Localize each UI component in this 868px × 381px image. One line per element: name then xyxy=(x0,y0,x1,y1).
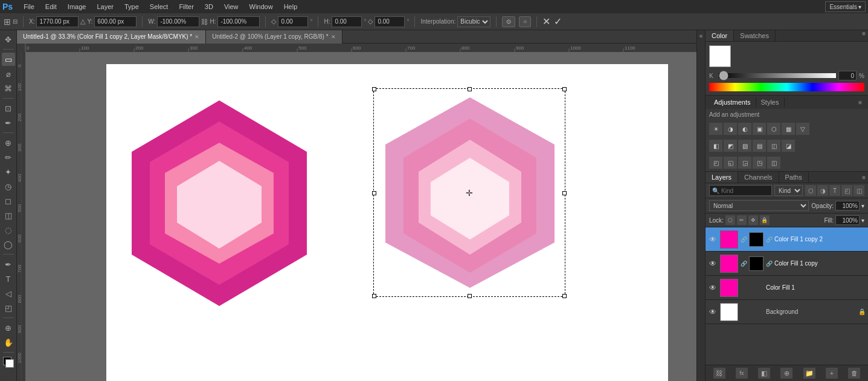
lock-transparent-btn[interactable]: ⬡ xyxy=(725,215,735,225)
handle-top-left[interactable] xyxy=(372,87,376,91)
tool-shape[interactable]: ◰ xyxy=(2,301,15,314)
filter-smart-btn[interactable]: ◫ xyxy=(854,185,864,196)
workspace-selector[interactable]: Essentials ▾ xyxy=(825,1,866,12)
adj-hsl-btn[interactable]: ▦ xyxy=(782,123,795,135)
tool-pen[interactable]: ✒ xyxy=(2,258,15,271)
layers-search-box[interactable]: 🔍 xyxy=(709,185,772,196)
w-input[interactable] xyxy=(157,16,199,27)
adj-levels-btn[interactable]: ▤ xyxy=(753,140,766,152)
opacity-input[interactable] xyxy=(835,201,860,210)
tab-untitled2[interactable]: Untitled-2 @ 100% (Layer 1 copy, RGB/8) … xyxy=(206,30,342,44)
interp-select[interactable]: Bicubic xyxy=(457,16,490,27)
tab-untitled1[interactable]: Untitled-1 @ 33.3% (Color Fill 1 copy 2,… xyxy=(17,30,206,44)
kind-select[interactable]: Kind xyxy=(774,185,803,196)
y-input[interactable] xyxy=(94,16,137,27)
adj-exposure-btn[interactable]: ▣ xyxy=(753,123,766,135)
lock-move-btn[interactable]: ✥ xyxy=(748,215,758,225)
menu-view[interactable]: View xyxy=(219,2,243,11)
k-value[interactable] xyxy=(838,71,857,80)
menu-help[interactable]: Help xyxy=(279,2,303,11)
settings-button[interactable]: ○ xyxy=(519,16,531,27)
link-icon[interactable]: ⛓ xyxy=(201,18,208,25)
add-mask-btn[interactable]: ◧ xyxy=(758,368,770,379)
tool-foreground-color[interactable] xyxy=(2,356,15,369)
tool-select-rect[interactable]: ▭ xyxy=(2,53,15,66)
adj-inv-btn[interactable]: ◰ xyxy=(709,157,722,169)
x-input[interactable] xyxy=(36,16,79,27)
layers-search-input[interactable] xyxy=(721,187,769,194)
layer-eye-copy[interactable]: 👁 xyxy=(708,259,718,269)
layer-item-background[interactable]: 👁 Background 🔒 xyxy=(706,300,868,324)
adj-solid-btn[interactable]: ◫ xyxy=(767,157,780,169)
handle-bot-mid[interactable] xyxy=(468,294,472,298)
blend-mode-select[interactable]: Normal xyxy=(709,200,809,211)
tool-gradient[interactable]: ◫ xyxy=(2,209,15,222)
tool-path[interactable]: ◁ xyxy=(2,287,15,300)
tool-eraser[interactable]: ◻ xyxy=(2,194,15,207)
layer-eye-bg[interactable]: 👁 xyxy=(708,307,718,317)
tab-styles[interactable]: Styles xyxy=(756,97,785,107)
vskew-input[interactable] xyxy=(375,16,405,27)
lock-all-btn[interactable]: 🔒 xyxy=(760,215,770,225)
add-style-btn[interactable]: fx xyxy=(736,368,748,379)
adj-post-btn[interactable]: ◱ xyxy=(724,157,737,169)
tab-color[interactable]: Color xyxy=(706,30,734,41)
filter-pixel-btn[interactable]: ⬡ xyxy=(805,185,816,196)
adj-contrast-btn[interactable]: ◑ xyxy=(724,123,737,135)
tab-close-2[interactable]: ✕ xyxy=(331,34,336,40)
adj-sel-btn[interactable]: ◪ xyxy=(782,140,795,152)
menu-3d[interactable]: 3D xyxy=(200,2,218,11)
cancel-transform-icon[interactable]: ✕ xyxy=(542,16,550,27)
tool-heal[interactable]: ⊕ xyxy=(2,136,15,149)
adj-panel-expand-icon[interactable]: ≡ xyxy=(856,99,864,106)
tool-zoom[interactable]: ⊕ xyxy=(2,321,15,334)
adj-curves-btn[interactable]: ◐ xyxy=(738,123,751,135)
menu-image[interactable]: Image xyxy=(63,2,91,11)
adj-photo-btn[interactable]: ◩ xyxy=(724,140,737,152)
k-slider[interactable] xyxy=(719,73,836,78)
confirm-transform-icon[interactable]: ✓ xyxy=(554,16,562,27)
new-layer-btn[interactable]: + xyxy=(826,368,838,379)
menu-file[interactable]: File xyxy=(19,2,39,11)
tool-eyedropper[interactable]: ✒ xyxy=(2,116,15,129)
lock-paint-btn[interactable]: ✏ xyxy=(737,215,747,225)
layer-item-color-fill-copy[interactable]: 👁 🔗 🔗 Color Fill 1 copy xyxy=(706,252,868,276)
fill-input[interactable] xyxy=(835,215,860,225)
layer-item-color-fill-copy2[interactable]: 👁 🔗 🔗 Color Fill 1 copy 2 xyxy=(706,227,868,252)
filter-shape-btn[interactable]: ◰ xyxy=(841,185,852,196)
layers-panel-expand-icon[interactable]: ≡ xyxy=(860,174,868,181)
tool-magic-wand[interactable]: ⌘ xyxy=(2,82,15,95)
adj-brightness-btn[interactable]: ☀ xyxy=(709,123,722,135)
adj-grad-btn[interactable]: ◫ xyxy=(767,140,780,152)
new-group-btn[interactable]: 📁 xyxy=(803,368,815,379)
tool-dodge[interactable]: ◯ xyxy=(2,238,15,251)
tab-paths[interactable]: Paths xyxy=(779,172,809,183)
handle-mid-right[interactable] xyxy=(562,191,567,195)
collapse-toggle-icon[interactable]: « xyxy=(699,33,703,39)
tab-channels[interactable]: Channels xyxy=(738,172,779,183)
handle-bot-right[interactable] xyxy=(562,294,567,298)
color-preview-swatch[interactable] xyxy=(709,45,731,67)
color-panel-expand-icon[interactable]: ≡ xyxy=(860,30,868,41)
handle-top-right[interactable] xyxy=(562,87,567,91)
color-spectrum[interactable] xyxy=(709,83,864,91)
tool-clone[interactable]: ✦ xyxy=(2,165,15,178)
layer-item-color-fill[interactable]: 👁 Color Fill 1 xyxy=(706,276,868,300)
menu-window[interactable]: Window xyxy=(245,2,278,11)
menu-type[interactable]: Type xyxy=(120,2,144,11)
layer-eye-copy2[interactable]: 👁 xyxy=(708,235,718,244)
add-link-btn[interactable]: ⛓ xyxy=(713,368,725,379)
tool-lasso[interactable]: ⌀ xyxy=(2,67,15,80)
menu-filter[interactable]: Filter xyxy=(174,2,198,11)
adj-mix-btn[interactable]: ▨ xyxy=(738,140,751,152)
tool-brush[interactable]: ✏ xyxy=(2,151,15,164)
skew-input[interactable] xyxy=(278,16,308,27)
delete-layer-btn[interactable]: 🗑 xyxy=(848,368,860,379)
adj-bw-btn[interactable]: ◧ xyxy=(709,140,722,152)
rot-h-input[interactable] xyxy=(332,16,362,27)
layer-eye-fill[interactable]: 👁 xyxy=(708,283,718,293)
tab-adjustments[interactable]: Adjustments xyxy=(709,97,756,107)
new-adj-btn[interactable]: ⊕ xyxy=(780,368,792,379)
tool-crop[interactable]: ⊡ xyxy=(2,102,15,115)
menu-layer[interactable]: Layer xyxy=(92,2,118,11)
